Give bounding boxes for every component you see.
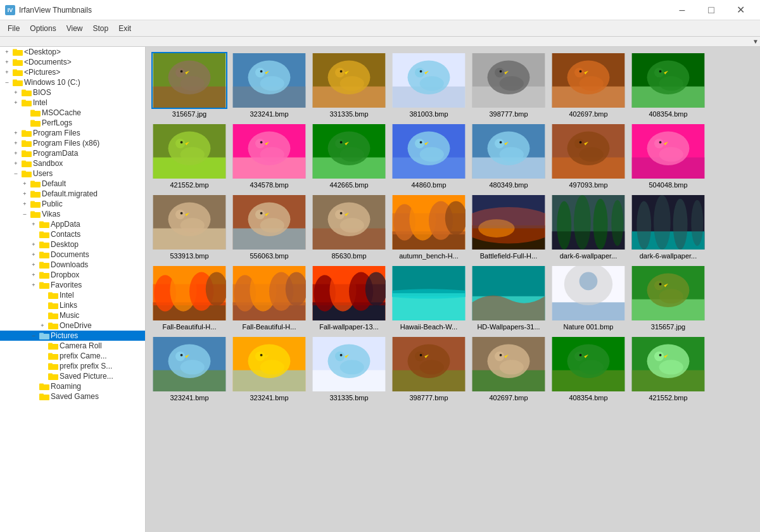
list-item[interactable]: 85630.bmp [310,194,388,260]
tree-toggle-icon[interactable]: + [20,200,29,208]
tree-toggle-icon[interactable] [38,352,47,360]
tree-toggle-icon[interactable] [20,108,29,117]
tree-toggle-icon[interactable]: – [20,210,29,218]
list-item[interactable]: 497093.bmp [550,123,627,189]
tree-item[interactable]: Saved Picture... [0,371,145,381]
list-item[interactable]: HD-Wallpapers-31... [470,265,547,331]
tree-toggle-icon[interactable]: + [3,58,11,66]
list-item[interactable]: 44860.bmp [390,123,467,189]
tree-toggle-icon[interactable]: – [3,78,11,87]
tree-item[interactable]: + Program Files [0,128,145,138]
list-item[interactable]: Battlefield-Full-H... [470,194,547,260]
list-item[interactable]: 381003.bmp [390,52,467,118]
tree-toggle-icon[interactable]: + [11,88,20,97]
list-item[interactable]: 315657.jpg [151,52,228,118]
tree-item[interactable]: + Public [0,199,145,209]
tree-item[interactable]: Intel [0,290,145,300]
tree-item[interactable]: Saved Games [0,391,145,402]
tree-item[interactable]: + OneDrive [0,320,145,331]
minimize-button[interactable]: – [668,0,697,20]
tree-item[interactable]: + Intel [0,98,145,108]
tree-toggle-icon[interactable] [38,372,47,381]
tree-item[interactable]: + Program Files (x86) [0,138,145,148]
tree-toggle-icon[interactable] [38,291,47,300]
tree-item[interactable]: + Default [0,179,145,189]
tree-toggle-icon[interactable]: + [3,48,11,56]
tree-toggle-icon[interactable]: + [11,149,20,158]
list-item[interactable]: 434578.bmp [231,123,308,189]
list-item[interactable]: 398777.bmp [390,336,467,402]
tree-item[interactable]: + <Desktop> [0,47,145,57]
thumbnail-area[interactable]: 315657.jpg 323241.bmp 331335.bmp 381003.… [146,47,760,532]
tree-item[interactable]: + Sandbox [0,158,145,168]
tree-toggle-icon[interactable] [29,230,38,239]
tree-item[interactable]: Contacts [0,229,145,239]
tree-item[interactable]: prefix prefix S... [0,361,145,371]
tree-item[interactable]: + Favorites [0,280,145,290]
list-item[interactable]: 323241.bmp [231,52,308,118]
menu-item-options[interactable]: Options [25,23,61,34]
tree-toggle-icon[interactable]: + [38,321,47,330]
tree-toggle-icon[interactable] [38,362,47,370]
tree-item[interactable]: Camera Roll [0,341,145,351]
list-item[interactable]: autumn_bench-H... [390,194,467,260]
tree-item[interactable]: + Dropbox [0,270,145,280]
menu-item-view[interactable]: View [61,23,88,34]
list-item[interactable]: 421552.bmp [151,123,228,189]
tree-item[interactable]: PerfLogs [0,118,145,128]
list-item[interactable]: 408354.bmp [550,336,627,402]
list-item[interactable]: 331335.bmp [310,336,388,402]
list-item[interactable]: 331335.bmp [310,52,388,118]
list-item[interactable]: Fall-wallpaper-13... [310,265,388,331]
maximize-button[interactable]: □ [697,0,726,20]
list-item[interactable]: 504048.bmp [630,123,707,189]
tree-item[interactable]: Music [0,310,145,320]
tree-item[interactable]: – Users [0,168,145,179]
tree-item[interactable]: Links [0,300,145,310]
tree-toggle-icon[interactable]: + [29,240,38,249]
tree-toggle-icon[interactable]: – [11,169,20,178]
tree-item[interactable]: prefix Came... [0,351,145,361]
menu-item-stop[interactable]: Stop [88,23,114,34]
list-item[interactable]: 398777.bmp [470,52,547,118]
list-item[interactable]: 442665.bmp [310,123,388,189]
menu-item-exit[interactable]: Exit [113,23,136,34]
tree-item[interactable]: – Pictures [0,331,145,341]
tree-item[interactable]: MSOCache [0,108,145,118]
tree-item[interactable]: + ProgramData [0,148,145,158]
tree-toggle-icon[interactable] [20,118,29,127]
menu-item-file[interactable]: File [3,23,25,34]
folder-tree[interactable]: + <Desktop>+ <Documents>+ <Pictures>– Wi… [0,47,146,532]
tree-item[interactable]: + Downloads [0,260,145,270]
close-button[interactable]: ✕ [726,0,755,20]
list-item[interactable]: Fall-Beautiful-H... [231,265,308,331]
tree-item[interactable]: Roaming [0,381,145,391]
tree-item[interactable]: – Vikas [0,209,145,219]
list-item[interactable]: dark-6-wallpaper... [550,194,627,260]
list-item[interactable]: dark-6-wallpaper... [630,194,707,260]
list-item[interactable]: 402697.bmp [550,52,627,118]
tree-toggle-icon[interactable]: + [11,139,20,148]
tree-toggle-icon[interactable] [29,392,38,401]
list-item[interactable]: 533913.bmp [151,194,228,260]
list-item[interactable]: Hawaii-Beach-W... [390,265,467,331]
tree-toggle-icon[interactable] [29,382,38,391]
list-item[interactable]: 408354.bmp [630,52,707,118]
tree-toggle-icon[interactable] [38,301,47,310]
tree-item[interactable]: + Desktop [0,239,145,250]
list-item[interactable]: 323241.bmp [151,336,228,402]
tree-toggle-icon[interactable]: + [29,220,38,229]
tree-item[interactable]: + <Pictures> [0,67,145,77]
tree-toggle-icon[interactable] [38,311,47,320]
list-item[interactable]: 421552.bmp [630,336,707,402]
tree-toggle-icon[interactable]: – [29,331,38,340]
tree-toggle-icon[interactable]: + [11,98,20,107]
tree-item[interactable]: + AppData [0,219,145,229]
list-item[interactable]: Nature 001.bmp [550,265,627,331]
tree-toggle-icon[interactable]: + [20,179,29,188]
list-item[interactable]: 315657.jpg [630,265,707,331]
tree-toggle-icon[interactable]: + [29,281,38,289]
list-item[interactable]: 480349.bmp [470,123,547,189]
tree-toggle-icon[interactable]: + [29,270,38,279]
tree-toggle-icon[interactable]: + [20,189,29,198]
